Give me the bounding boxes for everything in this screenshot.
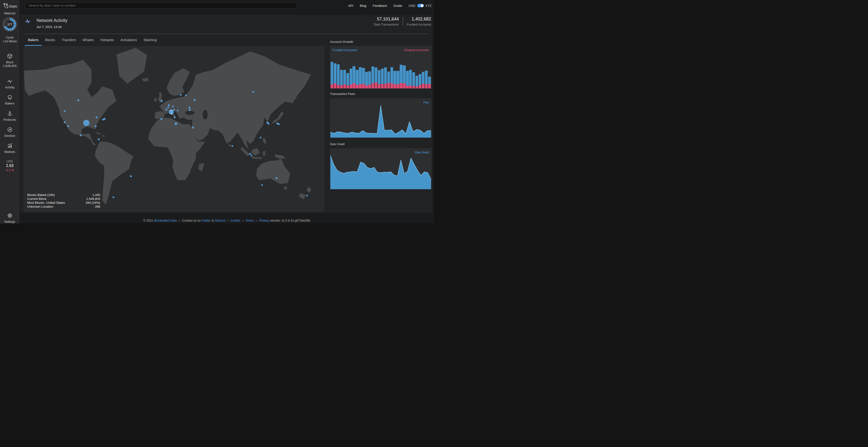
logo[interactable]: Stats: [0, 2, 20, 10]
sidebar-item-block[interactable]: Block 1,546,803: [0, 53, 20, 68]
footer-link-privacy[interactable]: Privacy: [259, 219, 269, 222]
footer-link-blockwatch[interactable]: Blockwatch Data: [154, 219, 177, 222]
currency-switch[interactable]: [417, 4, 424, 7]
baker-location-dot: [104, 118, 105, 120]
fees-area-chart: [330, 99, 431, 138]
tezos-logo-icon: [2, 2, 8, 10]
tab-bakers[interactable]: Bakers: [25, 34, 42, 46]
footer-link-discord[interactable]: Discord: [215, 219, 225, 222]
map-stat-row: Unknown Location266: [27, 205, 100, 209]
account-growth-chart[interactable]: Funded Accounts Cleared Accounts: [330, 46, 432, 89]
sidebar-item-markets[interactable]: Markets: [0, 143, 20, 154]
tab-activations[interactable]: Activations: [117, 34, 140, 46]
total-transactions-stat: 57,101,644 Total Transactions: [373, 17, 399, 26]
header-stats: 57,101,644 Total Transactions 1,402,682 …: [373, 17, 431, 26]
anchor-icon: [7, 111, 13, 117]
growth-bar: [393, 55, 396, 88]
compass-icon: [7, 127, 13, 133]
baker-location-dot: [261, 184, 263, 186]
growth-bar: [403, 55, 406, 88]
transaction-fees-chart[interactable]: Fee: [330, 98, 432, 138]
growth-bar: [378, 55, 380, 88]
tab-blocks[interactable]: Blocks: [42, 34, 58, 46]
link-guide[interactable]: Guide: [393, 4, 402, 7]
price-widget[interactable]: USD 2.93 -0.3 %: [0, 160, 20, 172]
growth-bar: [384, 55, 387, 88]
page-title: Network Activity: [36, 18, 67, 23]
growth-bar: [359, 55, 362, 88]
footer: © 2021 Blockwatch Data – Contact us on T…: [20, 219, 434, 222]
baker-location-dot: [278, 123, 280, 125]
growth-bar: [419, 55, 421, 88]
gear-icon: [7, 213, 13, 219]
cycle-progress-ring[interactable]: 377: [2, 17, 17, 32]
search-input[interactable]: [25, 2, 297, 9]
growth-bar: [362, 55, 365, 88]
growth-bar: [391, 55, 393, 88]
growth-bar: [415, 55, 418, 88]
baker-location-dot: [171, 113, 172, 114]
growth-bar: [375, 55, 377, 88]
account-growth-title: Account Growth: [330, 40, 353, 43]
baker-location-dot: [96, 116, 98, 118]
growth-bar: [337, 55, 340, 88]
growth-bar: [387, 55, 390, 88]
baker-location-dot: [113, 197, 114, 198]
footer-link-twitter[interactable]: Twitter: [202, 219, 211, 222]
growth-bar: [368, 55, 371, 88]
tab-bar: Bakers Blocks Transfers Whales Hotspots …: [25, 34, 160, 46]
footer-link-credits[interactable]: Credits: [230, 219, 240, 222]
page-date: Jul 7, 2021 14:34: [36, 25, 62, 29]
link-api[interactable]: API: [348, 4, 353, 7]
chef-hat-icon: [7, 94, 13, 101]
baker-location-dot: [67, 125, 69, 127]
tab-transfers[interactable]: Transfers: [59, 34, 79, 46]
baker-location-dot: [268, 123, 270, 125]
baker-location-dot: [78, 99, 79, 101]
sidebar-item-protocols[interactable]: Protocols: [0, 111, 20, 122]
price-currency: USD: [0, 160, 20, 163]
growth-bar: [412, 55, 415, 88]
baker-location-dot: [160, 118, 162, 120]
footer-version: version: v2.2.5-11-g073eb28b: [270, 219, 310, 222]
growth-bar: [397, 55, 399, 88]
tab-slashing[interactable]: Slashing: [141, 34, 160, 46]
network-label: Mainnet: [0, 11, 20, 15]
link-feedback[interactable]: Feedback: [373, 4, 387, 7]
link-blog[interactable]: Blog: [360, 4, 366, 7]
gas-used-chart[interactable]: Gas Used: [330, 148, 432, 190]
price-value: 2.93: [0, 163, 20, 168]
baker-location-dot: [95, 125, 97, 127]
legend-cleared-accounts: Cleared Accounts: [404, 48, 429, 52]
sidebar: Stats Mainnet 377 Cycle +1d 46min Block …: [0, 0, 20, 224]
map-stat-row: Most Blocks: United States344 (24%): [27, 201, 100, 205]
baker-location-dot: [177, 110, 179, 111]
baker-location-dot: [64, 121, 66, 123]
baker-location-dot: [249, 153, 251, 155]
cycle-number: 377: [2, 17, 17, 32]
footer-link-terms[interactable]: Terms: [245, 219, 254, 222]
active-tab-underline: [25, 45, 42, 46]
growth-bar: [428, 55, 431, 88]
tab-whales[interactable]: Whales: [79, 34, 97, 46]
stats-divider: [403, 17, 403, 26]
tab-hotspots[interactable]: Hotspots: [97, 34, 117, 46]
baker-location-dot: [189, 107, 190, 109]
gas-area-chart: [330, 149, 431, 189]
growth-bar: [406, 55, 409, 88]
baker-location-dot: [64, 110, 66, 112]
baker-location-dot: [194, 99, 195, 101]
sidebar-item-election[interactable]: Election: [0, 127, 20, 138]
activity-pulse-icon: [25, 19, 30, 24]
sidebar-item-activity[interactable]: Activity: [0, 79, 20, 89]
baker-location-dot: [172, 106, 174, 107]
growth-bar: [352, 55, 355, 88]
baker-location-dot: [168, 104, 170, 106]
baker-world-map[interactable]: Blocks Baked (24h)1,440 Current Block1,5…: [24, 46, 324, 212]
baker-location-dot: [251, 155, 252, 156]
sidebar-item-settings[interactable]: Settings: [0, 213, 20, 224]
growth-bar: [365, 55, 368, 88]
sidebar-item-bakers[interactable]: Bakers: [0, 94, 20, 106]
tzstats-dashboard: Stats Mainnet 377 Cycle +1d 46min Block …: [0, 0, 434, 224]
baker-location-dot: [276, 177, 278, 179]
